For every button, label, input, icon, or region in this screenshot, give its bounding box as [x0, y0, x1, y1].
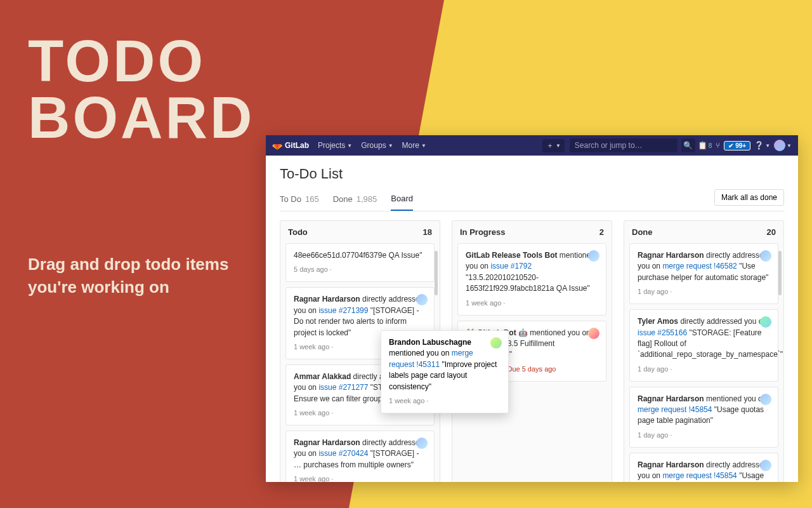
tab-board[interactable]: Board: [391, 187, 413, 211]
tab-done[interactable]: Done1,985: [333, 188, 377, 210]
brand[interactable]: GitLab: [272, 140, 309, 150]
tab-row: To Do165 Done1,985 Board Mark all as don…: [280, 187, 784, 211]
plus-icon: ＋: [546, 140, 554, 151]
scrollbar[interactable]: [435, 251, 438, 295]
new-dropdown[interactable]: ＋▼: [542, 139, 565, 152]
column-count: 18: [423, 227, 432, 237]
help-icon[interactable]: ❔▼: [754, 141, 770, 150]
todo-card[interactable]: Ragnar Hardarson directly addressed you …: [285, 431, 435, 482]
column-title: In Progress: [460, 227, 506, 237]
column-count: 2: [599, 227, 604, 237]
user-menu[interactable]: ▼: [774, 140, 792, 151]
avatar-icon: [588, 250, 599, 262]
avatar-icon: [760, 316, 771, 328]
todo-card[interactable]: 48ee66ce51d.07704f6379e QA Issue" 5 days…: [285, 243, 435, 282]
todo-card[interactable]: Ragnar Hardarson mentioned you on merge …: [629, 387, 778, 448]
search-input[interactable]: [570, 138, 678, 152]
hero-title: TODO BOARD: [28, 33, 254, 146]
avatar-icon: [588, 328, 599, 339]
avatar-icon: [760, 460, 771, 471]
tab-todo[interactable]: To Do165: [280, 188, 319, 210]
chevron-down-icon: ▼: [765, 143, 770, 149]
todos-badge[interactable]: ✔ 99+: [724, 141, 750, 150]
gitlab-app-window: GitLab Projects▼ Groups▼ More▼ ＋▼ 🔍 📋8 ⑂…: [266, 135, 798, 482]
chevron-down-icon: ▼: [388, 143, 393, 149]
chevron-down-icon: ▼: [421, 143, 426, 149]
scrollbar[interactable]: [778, 251, 782, 295]
mark-all-done-button[interactable]: Mark all as done: [714, 189, 784, 206]
nav-projects[interactable]: Projects▼: [318, 141, 352, 150]
hero-subtitle: Drag and drop todo items you're working …: [28, 253, 244, 299]
board: Todo18 48ee66ce51d.07704f6379e QA Issue"…: [266, 211, 798, 482]
column-count: 20: [767, 227, 776, 237]
chevron-down-icon: ▼: [787, 143, 792, 149]
avatar-icon: [416, 438, 428, 449]
chevron-down-icon: ▼: [347, 143, 352, 149]
dragging-card[interactable]: Brandon Labuschagne mentioned you on mer…: [381, 330, 509, 413]
column-title: Done: [632, 227, 653, 237]
chevron-down-icon: ▼: [556, 143, 561, 149]
gitlab-logo-icon: [272, 140, 282, 150]
top-navbar: GitLab Projects▼ Groups▼ More▼ ＋▼ 🔍 📋8 ⑂…: [266, 135, 798, 156]
avatar-icon: [760, 394, 771, 405]
todo-card[interactable]: Ragnar Hardarson directly addressed you …: [629, 243, 778, 304]
merge-requests-icon[interactable]: ⑂: [716, 141, 720, 150]
avatar-icon: [416, 294, 428, 305]
column-title: Todo: [288, 227, 308, 237]
avatar-icon: [760, 250, 771, 262]
issues-icon[interactable]: 📋8: [698, 141, 712, 150]
todo-card[interactable]: Tyler Amos directly addressed you on iss…: [629, 309, 778, 382]
column-done: Done20 Ragnar Hardarson directly address…: [624, 220, 784, 482]
nav-groups[interactable]: Groups▼: [361, 141, 393, 150]
search-icon[interactable]: 🔍: [681, 138, 695, 152]
page-title: To-Do List: [280, 166, 784, 182]
avatar-icon: [490, 337, 502, 349]
todo-card[interactable]: Ragnar Hardarson directly addressed you …: [629, 453, 778, 482]
nav-more[interactable]: More▼: [402, 141, 426, 150]
todo-card[interactable]: GitLab Release Tools Bot mentioned you o…: [457, 243, 606, 316]
avatar-icon: [774, 140, 785, 151]
